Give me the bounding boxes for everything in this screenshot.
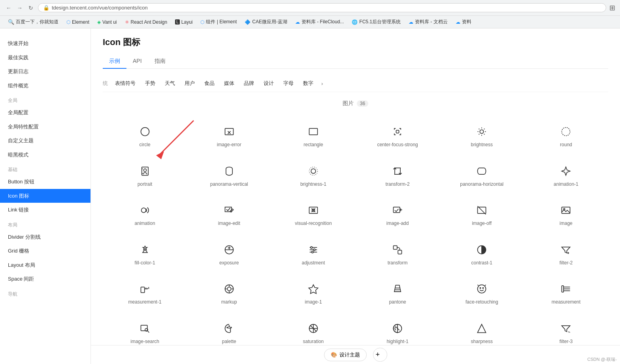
sidebar-item-global-feature[interactable]: 全局特性配置	[0, 120, 90, 134]
icon-brightness[interactable]: brightness	[440, 117, 524, 156]
url-bar[interactable]: 🔒 tdesign.tencent.com/vue/components/ico…	[38, 3, 606, 12]
icon-exposure[interactable]: exposure	[187, 235, 271, 274]
bookmark-filecloud[interactable]: ☁ 资料库 - FileCloud...	[292, 18, 347, 26]
icon-image[interactable]: image	[524, 195, 608, 235]
icon-animation-1[interactable]: animation-1	[524, 156, 608, 196]
bookmark-cae[interactable]: 🔷 CAE微应用-蓝湖	[241, 18, 290, 26]
forward-button[interactable]: →	[16, 4, 24, 12]
icon-panorama-vertical[interactable]: panorama-vertical	[187, 156, 271, 196]
icon-visual-recognition[interactable]: visual-recognition	[271, 195, 355, 235]
reload-button[interactable]: ↻	[27, 4, 35, 12]
icon-filter-2[interactable]: filter-2	[524, 235, 608, 274]
app-layout: 快速开始 最佳实践 更新日志 组件概览 全局 全局配置 全局特性配置 自定义主题…	[0, 28, 620, 364]
bookmark-vant[interactable]: ◈ Vant ui	[94, 19, 120, 26]
bookmark-fc[interactable]: 🌐 FC5.1后台管理系统	[349, 18, 404, 26]
back-button[interactable]: ←	[5, 4, 13, 12]
bookmarks-bar: 🔍 百度一下，你就知道 ⬡ Element ◈ Vant ui ⚛ React …	[0, 16, 620, 28]
svg-point-17	[562, 128, 570, 136]
sidebar-item-best-practice[interactable]: 最佳实践	[0, 51, 90, 65]
icon-animation[interactable]: animation	[103, 195, 187, 235]
svg-point-23	[309, 167, 317, 175]
icon-measurement[interactable]: measurement	[524, 274, 608, 313]
category-bar: 统 表情符号 手势 天气 用户 食品 媒体 品牌 设计 字母 数字 ›	[103, 75, 608, 92]
icon-image-1[interactable]: image-1	[271, 274, 355, 313]
icon-pantone[interactable]: pantone	[356, 274, 440, 313]
cat-emoji[interactable]: 表情符号	[111, 78, 139, 89]
icon-rectangle[interactable]: rectangle	[271, 117, 355, 156]
tab-example[interactable]: 示例	[103, 55, 126, 69]
icon-circle[interactable]: circle	[103, 117, 187, 156]
icon-adjustment[interactable]: adjustment	[271, 235, 355, 274]
icon-markup[interactable]: markup	[187, 274, 271, 313]
sidebar-item-grid[interactable]: Grid 栅格	[0, 244, 90, 258]
cat-weather[interactable]: 天气	[161, 78, 179, 89]
sidebar-item-button[interactable]: Button 按钮	[0, 175, 90, 189]
design-theme-button[interactable]: 🎨 设计主题	[324, 349, 367, 361]
svg-rect-34	[562, 207, 570, 213]
tabs: 示例 API 指南	[103, 55, 608, 69]
icon-center-focus-strong[interactable]: center-focus-strong	[356, 117, 440, 156]
bookmark-layui[interactable]: L Layui	[172, 19, 196, 26]
sidebar-item-dark-mode[interactable]: 暗黑模式	[0, 148, 90, 162]
bookmark-extra[interactable]: ☁ 资料	[452, 18, 475, 26]
sidebar-item-icon[interactable]: Icon 图标	[0, 189, 90, 203]
icon-round[interactable]: round	[524, 117, 608, 156]
sidebar-item-link[interactable]: Link 链接	[0, 203, 90, 217]
bookmark-baidu[interactable]: 🔍 百度一下，你就知道	[5, 18, 62, 26]
svg-rect-45	[394, 245, 397, 249]
bookmark-element[interactable]: ⬡ Element	[63, 19, 92, 26]
svg-rect-3	[225, 128, 233, 135]
icon-contrast-1[interactable]: contrast-1	[440, 235, 524, 274]
cat-more-button[interactable]: ›	[319, 79, 325, 88]
cat-gesture[interactable]: 手势	[141, 78, 159, 89]
main-content: Icon 图标 示例 API 指南 统 表情符号 手势 天气 用户 食品 媒体 …	[91, 28, 620, 364]
svg-rect-29	[394, 207, 400, 213]
icon-face-retouching[interactable]: face-retouching	[440, 274, 524, 313]
icon-image-add[interactable]: image-add	[356, 195, 440, 235]
count-badge: 36	[357, 100, 368, 107]
svg-point-22	[311, 169, 316, 174]
bookmark-react-ant[interactable]: ⚛ React Ant Design	[122, 19, 171, 26]
cat-number[interactable]: 数字	[299, 78, 317, 89]
svg-point-42	[311, 247, 313, 249]
cat-design[interactable]: 设计	[260, 78, 278, 89]
sidebar-item-global-config[interactable]: 全局配置	[0, 106, 90, 120]
svg-point-66	[227, 327, 228, 328]
cat-user[interactable]: 用户	[181, 78, 199, 89]
add-button[interactable]: +	[373, 348, 387, 362]
icon-brightness-1[interactable]: brightness-1	[271, 156, 355, 196]
sidebar-item-overview[interactable]: 组件概览	[0, 79, 90, 93]
bookmark-element2[interactable]: ⬡ 组件 | Element	[197, 18, 240, 26]
svg-rect-46	[398, 250, 401, 254]
sidebar-item-space[interactable]: Space 间距	[0, 272, 90, 286]
svg-line-13	[479, 129, 480, 130]
icon-image-edit[interactable]: image-edit	[187, 195, 271, 235]
tab-guide[interactable]: 指南	[148, 55, 172, 69]
sidebar: 快速开始 最佳实践 更新日志 组件概览 全局 全局配置 全局特性配置 自定义主题…	[0, 28, 91, 364]
bookmark-docs[interactable]: ☁ 资料库 - 文档云	[405, 18, 451, 26]
sidebar-item-quick-start[interactable]: 快速开始	[0, 36, 90, 51]
svg-line-16	[479, 134, 480, 135]
icon-transform-2[interactable]: transform-2	[356, 156, 440, 196]
sidebar-item-divider[interactable]: Divider 分割线	[0, 230, 90, 244]
sidebar-section-global: 全局	[0, 92, 90, 106]
icon-transform[interactable]: transform	[356, 235, 440, 274]
icon-fill-color-1[interactable]: fill-color-1	[103, 235, 187, 274]
sidebar-section-nav: 导航	[0, 286, 90, 299]
cat-brand[interactable]: 品牌	[240, 78, 258, 89]
sidebar-item-layout[interactable]: Layout 布局	[0, 258, 90, 272]
icon-portrait[interactable]: portrait	[103, 156, 187, 196]
icon-image-off[interactable]: image-off	[440, 195, 524, 235]
icon-image-error[interactable]: image-error	[187, 117, 271, 156]
cat-media[interactable]: 媒体	[220, 78, 238, 89]
icon-measurement-1[interactable]: measurement-1	[103, 274, 187, 313]
sidebar-item-changelog[interactable]: 更新日志	[0, 64, 90, 79]
cat-letter[interactable]: 字母	[279, 78, 298, 89]
cat-food[interactable]: 食品	[200, 78, 219, 89]
sidebar-item-custom-theme[interactable]: 自定义主题	[0, 134, 90, 148]
section-label: 图片 36	[103, 100, 608, 107]
tab-api[interactable]: API	[126, 55, 148, 69]
icon-panorama-horizontal[interactable]: panorama-horizontal	[440, 156, 524, 196]
url-text: tdesign.tencent.com/vue/components/icon	[52, 5, 148, 11]
svg-point-58	[483, 288, 484, 289]
